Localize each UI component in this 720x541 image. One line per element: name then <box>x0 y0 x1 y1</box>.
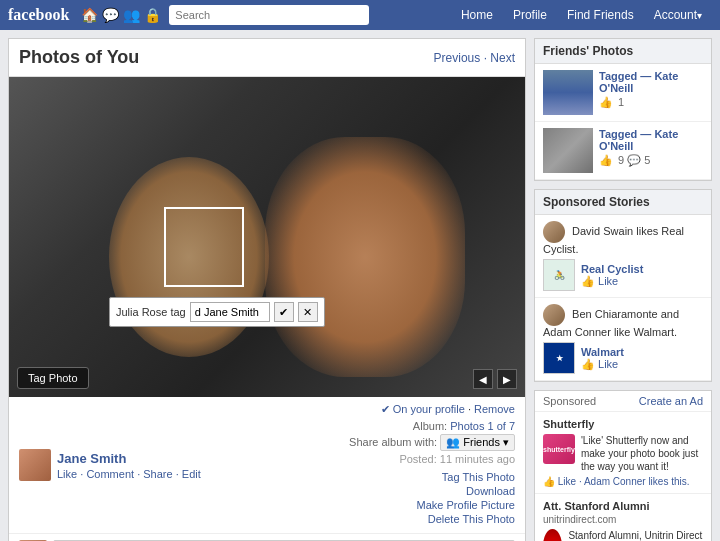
comment-section: Press Enter to post your comment. <box>9 534 525 541</box>
sponsored-ads-section: Sponsored Create an Ad Shutterfly shutte… <box>534 390 712 541</box>
comment-action[interactable]: Comment <box>86 468 134 480</box>
tag-selection-box <box>164 207 244 287</box>
share-row: Share album with: 👥 Friends ▾ <box>272 434 515 451</box>
album-link[interactable]: Photos 1 of 7 <box>450 420 515 432</box>
like-count-2: 9 <box>618 154 624 166</box>
ad-subtitle-stanford: unitrindirect.com <box>543 514 703 525</box>
friend-thumb-1[interactable] <box>543 70 593 115</box>
nav-home[interactable]: Home <box>451 0 503 30</box>
ad-like-row-shutterfly[interactable]: 👍 Like · Adam Conner likes this. <box>543 476 703 487</box>
remove-link[interactable]: Remove <box>474 403 515 415</box>
page-header: Photos of You Previous · Next <box>9 39 525 77</box>
ad-title-stanford[interactable]: Att. Stanford Alumni <box>543 500 703 512</box>
sponsored-brand-row-2: ★ Walmart 👍 Like <box>543 342 703 374</box>
tag-cancel-button[interactable]: ✕ <box>298 302 318 322</box>
friend-requests-icon[interactable]: 👥 <box>123 7 140 23</box>
brand-action-1[interactable]: 👍 Like <box>581 275 643 288</box>
brand-name-1[interactable]: Real Cyclist <box>581 263 643 275</box>
walmart-logo: ★ <box>543 342 575 374</box>
next-link[interactable]: Next <box>490 51 515 65</box>
ad-logo-row-stanford: S Stanford Alumni, Unitrin Direct reward… <box>543 529 703 541</box>
ads-header: Sponsored Create an Ad <box>535 391 711 412</box>
ad-item-stanford: Att. Stanford Alumni unitrindirect.com S… <box>535 494 711 541</box>
top-navigation: facebook 🏠 💬 👥 🔒 Home Profile Find Frien… <box>0 0 720 30</box>
photo-background: Julia Rose tag d Jane Smith ✔ ✕ Tag Phot… <box>9 77 525 397</box>
photo-prev-button[interactable]: ◀ <box>473 369 493 389</box>
home-icon[interactable]: 🏠 <box>81 7 98 23</box>
edit-action[interactable]: Edit <box>182 468 201 480</box>
lock-icon[interactable]: 🔒 <box>144 7 161 23</box>
tag-confirm-button[interactable]: ✔ <box>274 302 294 322</box>
notifications-icon[interactable]: 💬 <box>102 7 119 23</box>
friend-tag-2[interactable]: Tagged — Kate O'Neill <box>599 128 703 152</box>
on-profile-row: ✔ On your profile · Remove <box>272 403 515 416</box>
like-icon-2: 👍 <box>581 358 595 370</box>
person-right-silhouette <box>265 137 465 377</box>
nav-profile[interactable]: Profile <box>503 0 557 30</box>
photo-navigation: ◀ ▶ <box>473 369 517 389</box>
make-profile-picture-link[interactable]: Make Profile Picture <box>272 499 515 511</box>
page-title: Photos of You <box>19 47 139 68</box>
poster-details: Jane Smith Like · Comment · Share · Edit <box>57 451 201 480</box>
search-input[interactable] <box>169 5 369 25</box>
sponsored-item-2: Ben Chiaramonte and Adam Conner like Wal… <box>535 298 711 381</box>
sponsored-text-2: Ben Chiaramonte and Adam Conner like Wal… <box>543 304 703 338</box>
sponsored-item-1: David Swain likes Real Cyclist. 🚴 Real C… <box>535 215 711 298</box>
posted-label: Posted: <box>399 453 436 465</box>
share-friends-button[interactable]: 👥 Friends ▾ <box>440 434 515 451</box>
sponsored-stories-header: Sponsored Stories <box>535 190 711 215</box>
brand-name-2[interactable]: Walmart <box>581 346 624 358</box>
photo-container: Julia Rose tag d Jane Smith ✔ ✕ Tag Phot… <box>9 77 525 397</box>
sidebar: Friends' Photos Tagged — Kate O'Neill 👍 … <box>534 38 712 541</box>
like-count-1: 1 <box>618 96 624 108</box>
posted-row: Posted: 11 minutes ago <box>272 453 515 465</box>
ad-body-shutterfly: 'Like' Shutterfly now and make your phot… <box>581 434 703 473</box>
tag-name-input[interactable]: d Jane Smith <box>190 302 270 322</box>
comment-count-2: 5 <box>644 154 650 166</box>
brand-info-2: Walmart 👍 Like <box>581 346 624 371</box>
poster-info: Jane Smith Like · Comment · Share · Edit <box>19 403 262 527</box>
facebook-logo: facebook <box>8 6 69 24</box>
tag-label-text: Julia Rose tag <box>116 306 186 318</box>
poster-avatar-image <box>19 449 51 481</box>
below-photo-section: Jane Smith Like · Comment · Share · Edit… <box>9 397 525 534</box>
nav-icons: 🏠 💬 👥 🔒 <box>81 7 161 23</box>
friend-thumb-2[interactable] <box>543 128 593 173</box>
posted-time: 11 minutes ago <box>440 453 515 465</box>
photo-links: Tag This Photo Download Make Profile Pic… <box>272 471 515 525</box>
nav-links: Home Profile Find Friends Account <box>451 0 712 30</box>
share-label: Share album with: <box>349 436 437 448</box>
ad-title-shutterfly[interactable]: Shutterfly <box>543 418 703 430</box>
sponsored-avatar-2 <box>543 304 565 326</box>
friend-info-1: Tagged — Kate O'Neill 👍 1 <box>599 70 703 109</box>
poster-avatar <box>19 449 51 481</box>
on-profile-text: ✔ On your profile <box>381 403 465 415</box>
poster-name[interactable]: Jane Smith <box>57 451 201 466</box>
sponsored-avatar-1 <box>543 221 565 243</box>
friend-photo-item-1: Tagged — Kate O'Neill 👍 1 <box>535 64 711 122</box>
main-column: Photos of You Previous · Next Julia Rose… <box>8 38 526 541</box>
album-row: Album: Photos 1 of 7 <box>272 420 515 432</box>
prev-next-nav: Previous · Next <box>434 51 515 65</box>
create-ad-link[interactable]: Create an Ad <box>639 395 703 407</box>
delete-photo-link[interactable]: Delete This Photo <box>272 513 515 525</box>
thumb-icon-1: 👍 <box>599 96 613 108</box>
friend-like-1: 👍 1 <box>599 96 703 109</box>
content-area: Photos of You Previous · Next Julia Rose… <box>0 30 720 541</box>
tag-photo-button[interactable]: Tag Photo <box>17 367 89 389</box>
nav-find-friends[interactable]: Find Friends <box>557 0 644 30</box>
tag-this-photo-link[interactable]: Tag This Photo <box>272 471 515 483</box>
friends-photos-section: Friends' Photos Tagged — Kate O'Neill 👍 … <box>534 38 712 181</box>
download-link[interactable]: Download <box>272 485 515 497</box>
like-action[interactable]: Like <box>57 468 77 480</box>
shutterfly-logo: shutterfly <box>543 434 575 464</box>
photo-next-button[interactable]: ▶ <box>497 369 517 389</box>
friend-tag-1[interactable]: Tagged — Kate O'Neill <box>599 70 703 94</box>
ad-logo-row-shutterfly: shutterfly 'Like' Shutterfly now and mak… <box>543 434 703 473</box>
nav-account[interactable]: Account <box>644 0 712 30</box>
previous-link[interactable]: Previous <box>434 51 481 65</box>
share-action[interactable]: Share <box>143 468 172 480</box>
like-icon-1: 👍 <box>581 275 595 287</box>
thumb-icon-2: 👍 <box>599 154 613 166</box>
brand-action-2[interactable]: 👍 Like <box>581 358 624 371</box>
